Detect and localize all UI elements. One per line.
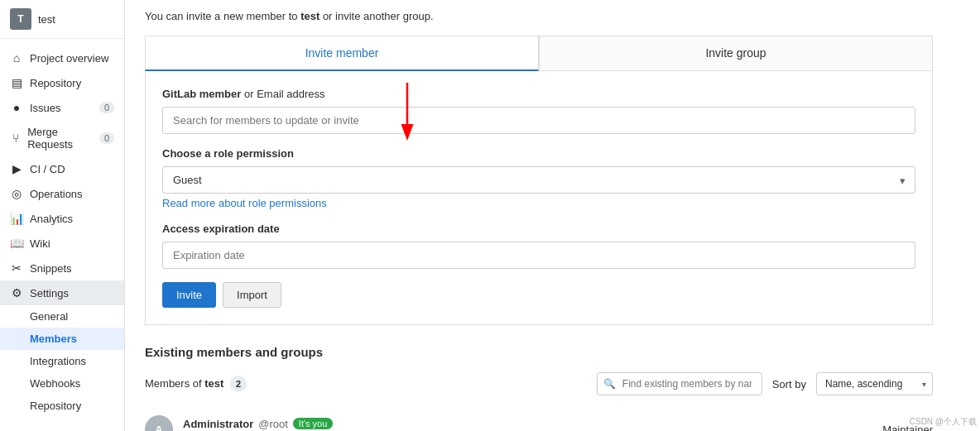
role-select-wrapper: Guest Reporter Developer Maintainer Owne…: [162, 166, 915, 194]
desc-project: test: [300, 10, 319, 22]
snippets-icon: ✂: [10, 261, 23, 275]
its-you-badge: It's you: [293, 418, 334, 429]
search-icon: 🔍: [603, 378, 616, 390]
sidebar-item-label: Operations: [30, 188, 83, 200]
import-button[interactable]: Import: [223, 282, 281, 308]
member-search-wrapper: 🔍: [597, 372, 762, 395]
issues-icon: ●: [10, 101, 23, 114]
repository-icon: ▤: [10, 76, 23, 89]
sidebar-item-label: Merge Requests: [27, 126, 93, 151]
settings-icon: ⚙: [10, 286, 23, 299]
invite-button[interactable]: Invite: [162, 282, 216, 308]
role-select[interactable]: Guest Reporter Developer Maintainer Owne…: [162, 166, 915, 194]
sort-select[interactable]: Name, ascending Name, descending Last jo…: [816, 372, 933, 395]
email-label-text: or: [244, 88, 257, 100]
sort-select-wrapper: Name, ascending Name, descending Last jo…: [816, 372, 933, 395]
email-label: Email address: [257, 88, 324, 100]
read-more-link[interactable]: Read more about role permissions: [162, 197, 327, 209]
sidebar-item-settings[interactable]: ⚙ Settings: [0, 280, 124, 305]
read-more-text: Read more: [162, 197, 215, 209]
member-row: A Administrator @root It's you Given acc…: [145, 405, 933, 431]
members-project-name: test: [204, 377, 223, 390]
cicd-icon: ▶: [10, 162, 23, 175]
main-content: You can invite a new member to test or i…: [125, 0, 980, 431]
role-label: Choose a role permission: [162, 147, 915, 160]
existing-members-section: Existing members and groups Members of t…: [145, 345, 933, 431]
sidebar-sub-item-general[interactable]: General: [0, 305, 124, 328]
sidebar-item-label: Repository: [30, 77, 81, 89]
invite-tabs: Invite member Invite group: [145, 36, 933, 71]
sidebar-item-repository[interactable]: ▤ Repository: [0, 70, 124, 95]
member-email-label: GitLab member or Email address: [162, 88, 915, 100]
access-expiration-label: Access expiration date: [162, 223, 915, 235]
sidebar-item-analytics[interactable]: 📊 Analytics: [0, 206, 124, 231]
existing-title: Existing members and groups: [145, 345, 933, 359]
watermark: CSDN @个人下载: [910, 416, 977, 428]
sidebar-item-label: CI / CD: [30, 163, 65, 175]
sidebar-sub-item-repository[interactable]: Repository: [0, 395, 124, 417]
avatar: A: [145, 415, 173, 431]
sidebar-item-label: Wiki: [30, 237, 50, 250]
sidebar-nav: ⌂ Project overview ▤ Repository ● Issues…: [0, 39, 124, 431]
avatar: T: [10, 8, 31, 30]
sidebar-sub-item-webhooks[interactable]: Webhooks: [0, 372, 124, 395]
form-buttons: Invite Import: [162, 282, 915, 308]
member-name: Administrator @root It's you: [183, 418, 872, 430]
sidebar-item-issues[interactable]: ● Issues 0: [0, 95, 124, 120]
search-sort-area: 🔍 Sort by Name, ascending Name, descendi…: [597, 372, 933, 395]
desc-prefix: You can invite a new member to: [145, 10, 300, 22]
project-name: test: [38, 13, 55, 26]
sidebar-item-label: Snippets: [30, 262, 72, 275]
member-display-name: Administrator: [183, 418, 253, 430]
wiki-icon: 📖: [10, 237, 23, 250]
invite-description: You can invite a new member to test or i…: [145, 0, 933, 36]
member-handle: @root: [258, 418, 288, 430]
sidebar-item-snippets[interactable]: ✂ Snippets: [0, 256, 124, 280]
members-of: Members of test 2: [145, 376, 247, 392]
member-email-group: GitLab member or Email address: [162, 88, 915, 134]
sort-label: Sort by: [772, 378, 806, 390]
issues-badge: 0: [99, 102, 114, 113]
sidebar-header: T test: [0, 0, 124, 39]
desc-middle: or invite another group.: [319, 10, 433, 22]
expiration-date-input[interactable]: [162, 242, 915, 269]
sidebar-item-operations[interactable]: ◎ Operations: [0, 181, 124, 206]
member-search-input[interactable]: [162, 107, 915, 134]
expiration-group: Access expiration date: [162, 223, 915, 269]
role-group: Choose a role permission Guest Reporter …: [162, 147, 915, 209]
merge-requests-icon: ⑂: [10, 132, 21, 145]
sidebar-item-label: Project overview: [30, 52, 108, 65]
member-info: Administrator @root It's you Given acces…: [183, 418, 872, 432]
sidebar-sub-item-integrations[interactable]: Integrations: [0, 350, 124, 372]
sidebar-item-wiki[interactable]: 📖 Wiki: [0, 231, 124, 256]
sidebar-item-label: Analytics: [30, 213, 73, 225]
sidebar-item-label: Settings: [30, 287, 69, 299]
invite-form: GitLab member or Email address Choose a …: [145, 71, 933, 325]
members-count-badge: 2: [230, 376, 247, 392]
tab-invite-group[interactable]: Invite group: [539, 36, 933, 71]
tab-invite-member[interactable]: Invite member: [145, 36, 539, 71]
sidebar-sub-item-members[interactable]: Members: [0, 328, 124, 350]
members-of-label: Members of: [145, 377, 202, 390]
operations-icon: ◎: [10, 187, 23, 200]
sidebar-item-merge-requests[interactable]: ⑂ Merge Requests 0: [0, 120, 124, 156]
analytics-icon: 📊: [10, 212, 23, 225]
sidebar-item-project-overview[interactable]: ⌂ Project overview: [0, 45, 124, 70]
sidebar: T test ⌂ Project overview ▤ Repository ●…: [0, 0, 125, 431]
sidebar-item-label: Issues: [30, 102, 61, 114]
mr-badge: 0: [99, 132, 114, 144]
member-search-input[interactable]: [597, 372, 762, 395]
member-label-strong: GitLab member: [162, 88, 241, 100]
sidebar-item-ci-cd[interactable]: ▶ CI / CD: [0, 156, 124, 181]
home-icon: ⌂: [10, 51, 23, 65]
members-header: Members of test 2 🔍 Sort by Name, ascend…: [145, 372, 933, 395]
read-more-suffix: about role permissions: [219, 197, 327, 209]
